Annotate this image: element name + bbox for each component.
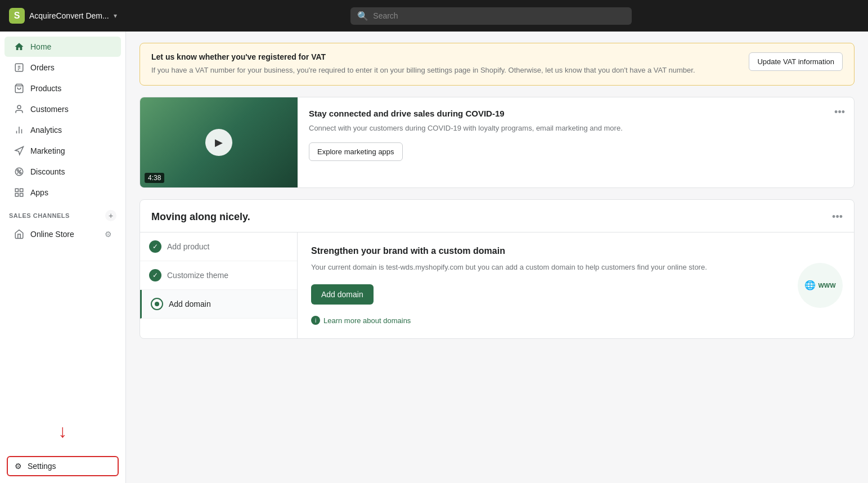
sidebar-nav: Home Orders Products Customers (0, 32, 125, 449)
covid-title: Stay connected and drive sales during CO… (309, 109, 843, 118)
search-icon: 🔍 (357, 11, 368, 21)
online-store-gear-icon[interactable]: ⚙ (105, 230, 112, 239)
settings-icon: ⚙ (15, 462, 22, 471)
settings-button[interactable]: ⚙ Settings (7, 456, 119, 476)
svg-point-10 (20, 172, 21, 174)
home-icon (14, 41, 25, 52)
svg-rect-14 (20, 194, 23, 196)
sidebar-item-analytics[interactable]: Analytics (5, 120, 121, 140)
vat-title: Let us know whether you've registered fo… (151, 52, 740, 61)
vat-description: If you have a VAT number for your busine… (151, 65, 740, 76)
sidebar-item-label-discounts: Discounts (30, 167, 65, 176)
sidebar-item-label-customers: Customers (30, 105, 69, 114)
settings-label: Settings (28, 462, 56, 471)
progress-card-body: ✓ Add product ✓ Customize theme Add doma… (140, 232, 854, 339)
sidebar-item-marketing[interactable]: Marketing (5, 141, 121, 161)
step-check-customize-theme: ✓ (149, 269, 161, 281)
search-area: 🔍 (350, 7, 632, 25)
sidebar-item-label-marketing: Marketing (30, 146, 65, 155)
add-channel-button[interactable]: + (105, 210, 116, 221)
covid-description: Connect with your customers during COVID… (309, 123, 843, 134)
sidebar-item-label-products: Products (30, 84, 61, 93)
shopify-logo: S (9, 8, 25, 24)
sidebar-item-label-online-store: Online Store (30, 230, 74, 239)
svg-point-9 (17, 169, 19, 171)
step-detail: Strengthen your brand with a custom doma… (298, 232, 854, 339)
progress-card-title: Moving along nicely. (151, 211, 250, 223)
dropdown-icon[interactable]: ▾ (114, 12, 117, 20)
step-detail-title: Strengthen your brand with a custom doma… (311, 246, 840, 256)
svg-line-11 (17, 170, 21, 174)
play-button[interactable]: ▶ (205, 129, 232, 156)
video-duration: 4:38 (145, 173, 164, 183)
step-item-add-product[interactable]: ✓ Add product (140, 232, 297, 261)
analytics-icon (14, 124, 25, 136)
marketing-icon (14, 145, 25, 156)
sidebar-item-label-apps: Apps (30, 188, 48, 197)
svg-rect-15 (15, 194, 18, 196)
svg-point-5 (17, 105, 21, 109)
www-domain-icon: 🌐 WWW (798, 263, 843, 308)
video-thumbnail[interactable]: ▶ 4:38 (140, 97, 298, 187)
step-item-add-domain[interactable]: Add domain (140, 290, 297, 319)
progress-card-header: Moving along nicely. ••• (140, 200, 854, 232)
step-check-add-product: ✓ (149, 240, 161, 253)
step-circle-add-domain (151, 298, 163, 310)
learn-more-link[interactable]: i Learn more about domains (311, 316, 840, 325)
apps-icon (14, 187, 25, 198)
brand-area[interactable]: S AcquireConvert Dem... ▾ (9, 8, 117, 24)
vat-banner: Let us know whether you've registered fo… (140, 43, 854, 86)
sidebar-item-label-analytics: Analytics (30, 126, 62, 135)
sidebar-item-apps[interactable]: Apps (5, 182, 121, 203)
sidebar-item-products[interactable]: Products (5, 78, 121, 99)
covid-card: ▶ 4:38 ••• Stay connected and drive sale… (140, 97, 854, 188)
settings-section: ↓ ⚙ Settings (0, 449, 125, 483)
main-layout: Home Orders Products Customers (0, 32, 868, 483)
settings-arrow: ↓ (59, 421, 68, 442)
brand-name: AcquireConvert Dem... (29, 11, 109, 20)
sidebar-item-customers[interactable]: Customers (5, 99, 121, 119)
sidebar-item-label-home: Home (30, 42, 51, 51)
sidebar-item-discounts[interactable]: Discounts (5, 162, 121, 182)
orders-icon (14, 62, 25, 73)
add-domain-button[interactable]: Add domain (311, 284, 374, 305)
svg-rect-13 (20, 189, 23, 191)
sidebar: Home Orders Products Customers (0, 32, 126, 483)
sidebar-item-home[interactable]: Home (5, 37, 121, 57)
svg-rect-12 (15, 189, 18, 191)
products-icon (14, 83, 25, 94)
explore-marketing-button[interactable]: Explore marketing apps (309, 142, 403, 161)
customers-icon (14, 104, 25, 115)
progress-card-menu[interactable]: ••• (832, 211, 843, 223)
step-label-add-domain: Add domain (169, 299, 211, 308)
online-store-icon (14, 229, 25, 240)
step-item-customize-theme[interactable]: ✓ Customize theme (140, 261, 297, 290)
discounts-icon (14, 166, 25, 177)
step-label-customize-theme: Customize theme (167, 271, 228, 280)
sidebar-item-label-orders: Orders (30, 63, 55, 72)
sidebar-item-online-store[interactable]: Online Store ⚙ (5, 224, 121, 244)
steps-list: ✓ Add product ✓ Customize theme Add doma… (140, 232, 298, 339)
step-label-add-product: Add product (167, 242, 210, 251)
sidebar-item-orders[interactable]: Orders (5, 57, 121, 78)
sales-channels-label: SALES CHANNELS (9, 212, 70, 219)
learn-more-label: Learn more about domains (323, 316, 411, 325)
sales-channels-header: SALES CHANNELS + (0, 203, 125, 223)
topbar: S AcquireConvert Dem... ▾ 🔍 (0, 0, 868, 32)
step-circle-inner (155, 302, 159, 306)
progress-card: Moving along nicely. ••• ✓ Add product ✓… (140, 199, 854, 339)
update-vat-button[interactable]: Update VAT information (749, 52, 843, 71)
covid-content: ••• Stay connected and drive sales durin… (298, 97, 854, 187)
covid-card-menu[interactable]: ••• (834, 106, 845, 118)
step-detail-description: Your current domain is test-wds.myshopif… (311, 262, 840, 274)
vat-content: Let us know whether you've registered fo… (151, 52, 740, 76)
info-icon: i (311, 316, 320, 325)
search-input[interactable] (373, 11, 625, 20)
main-content: Let us know whether you've registered fo… (126, 32, 868, 483)
